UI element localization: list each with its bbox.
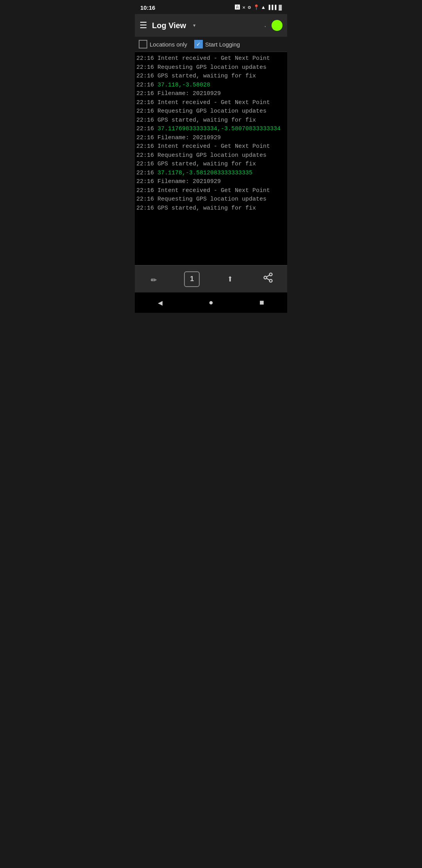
edit-icon: ✏ [151,273,157,285]
wifi-icon: ▲ [262,5,265,11]
log-line: 22:16 37.11769833333334,-3.5807083333333… [136,125,286,134]
log-timestamp: 22:16 [136,161,154,167]
locations-only-filter[interactable]: Locations only [139,40,187,48]
share-button[interactable] [249,272,288,286]
signal-icon: ▐▐▐ [267,5,276,11]
recent-button[interactable]: ■ [259,298,264,307]
log-message: Requesting GPS location updates [154,196,266,203]
toolbar-right: . [264,20,283,31]
log-line: 22:16 Requesting GPS location updates [136,151,286,160]
status-bar: 10:16 🅰 ✕ ⚙ 📍 ▲ ▐▐▐ ▓ [135,0,287,14]
status-green-dot [272,20,283,31]
location-icon: 📍 [253,4,259,11]
log-line: 22:16 37.1178,-3.5812083333333335 [136,169,286,178]
log-message: Filename: 20210929 [154,178,221,185]
log-message: Requesting GPS location updates [154,64,266,71]
log-timestamp: 22:16 [136,135,154,141]
log-message: GPS started, waiting for fix [154,117,256,124]
back-button[interactable]: ◀ [158,298,163,308]
log-timestamp: 22:16 [136,82,154,88]
log-line: 22:16 Requesting GPS location updates [136,195,286,204]
log-timestamp: 22:16 [136,99,154,106]
log-timestamp: 22:16 [136,126,154,132]
share-icon [263,272,274,286]
log-message: GPS started, waiting for fix [154,205,256,212]
start-logging-label: Start Logging [205,41,240,48]
log-message: GPS started, waiting for fix [154,73,256,79]
battery-icon: ▓ [279,5,282,11]
log-line: 22:16 Filename: 20210929 [136,90,286,99]
log-message: Filename: 20210929 [154,90,221,97]
start-logging-filter[interactable]: ✓ Start Logging [194,40,240,48]
upload-icon: ⬆ [227,273,233,285]
log-timestamp: 22:16 [136,205,154,212]
log-timestamp: 22:16 [136,90,154,97]
locations-only-checkbox[interactable] [139,40,147,48]
toolbar: ☰ Log View ▾ . [135,14,287,37]
log-message: Requesting GPS location updates [154,108,266,115]
checkmark-icon: ✓ [196,41,201,47]
log-timestamp: 22:16 [136,64,154,71]
log-line: 22:16 GPS started, waiting for fix [136,160,286,169]
log-message: Intent received - Get Next Point [154,143,270,150]
start-logging-checkbox[interactable]: ✓ [194,40,203,48]
log-timestamp: 22:16 [136,108,154,115]
log-line: 22:16 37.118,-3.58028 [136,81,286,90]
bottom-toolbar: ✏ 1 ⬆ [135,265,287,292]
log-line: 22:16 GPS started, waiting for fix [136,116,286,125]
settings-icon: ⚙ [248,4,251,11]
svg-line-4 [266,275,270,277]
log-timestamp: 22:16 [136,152,154,159]
log-line: 22:16 Intent received - Get Next Point [136,187,286,195]
toolbar-title: Log View [152,21,186,30]
log-message: 37.118,-3.58028 [154,82,210,88]
log-timestamp: 22:16 [136,117,154,124]
home-button[interactable]: ● [209,298,213,307]
log-line: 22:16 Intent received - Get Next Point [136,142,286,151]
nav-bar: ◀ ● ■ [135,292,287,313]
page-number-indicator[interactable]: 1 [184,271,200,287]
log-timestamp: 22:16 [136,143,154,150]
log-line: 22:16 GPS started, waiting for fix [136,72,286,81]
log-message: Intent received - Get Next Point [154,99,270,106]
log-message: 37.1178,-3.5812083333333335 [154,170,252,176]
cross-icon: ✕ [242,4,245,11]
edit-button[interactable]: ✏ [135,273,173,285]
log-message: Intent received - Get Next Point [154,187,270,194]
toolbar-signal-dot: . [264,22,267,29]
log-timestamp: 22:16 [136,187,154,194]
status-icons: 🅰 ✕ ⚙ 📍 ▲ ▐▐▐ ▓ [235,4,282,11]
log-content[interactable]: 22:16 Intent received - Get Next Point22… [135,52,287,265]
toolbar-left: ☰ Log View ▾ [139,20,196,31]
page-number: 1 [190,275,194,283]
svg-line-3 [266,278,270,280]
log-message: 37.11769833333334,-3.58070833333334 [154,126,281,132]
log-line: 22:16 Requesting GPS location updates [136,107,286,116]
log-line: 22:16 GPS started, waiting for fix [136,204,286,213]
upload-button[interactable]: ⬆ [211,273,249,285]
log-timestamp: 22:16 [136,73,154,79]
log-message: Requesting GPS location updates [154,152,266,159]
log-timestamp: 22:16 [136,196,154,203]
log-line: 22:16 Intent received - Get Next Point [136,99,286,108]
log-message: Filename: 20210929 [154,135,221,141]
log-line: 22:16 Requesting GPS location updates [136,63,286,72]
log-timestamp: 22:16 [136,55,154,62]
log-timestamp: 22:16 [136,170,154,176]
log-timestamp: 22:16 [136,178,154,185]
log-message: GPS started, waiting for fix [154,161,256,167]
status-time: 10:16 [140,4,155,11]
locations-only-label: Locations only [150,41,187,48]
log-message: Intent received - Get Next Point [154,55,270,62]
notification-icon: 🅰 [235,5,240,11]
log-line: 22:16 Filename: 20210929 [136,178,286,187]
log-line: 22:16 Filename: 20210929 [136,134,286,143]
number-button[interactable]: 1 [173,271,211,287]
dropdown-icon[interactable]: ▾ [192,22,196,29]
log-line: 22:16 Intent received - Get Next Point [136,54,286,63]
hamburger-menu-icon[interactable]: ☰ [139,20,147,31]
filter-bar: Locations only ✓ Start Logging [135,37,287,52]
